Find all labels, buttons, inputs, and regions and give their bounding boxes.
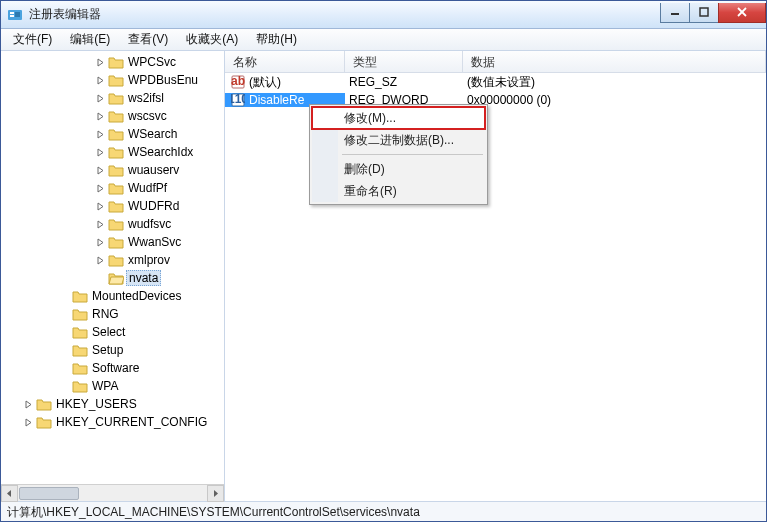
- expand-icon[interactable]: [95, 147, 106, 158]
- scroll-thumb[interactable]: [19, 487, 79, 500]
- expand-icon[interactable]: [95, 255, 106, 266]
- statusbar: 计算机\HKEY_LOCAL_MACHINE\SYSTEM\CurrentCon…: [1, 501, 766, 521]
- tree-label: wuauserv: [128, 163, 179, 177]
- ctx-rename[interactable]: 重命名(R): [312, 180, 485, 202]
- menu-help[interactable]: 帮助(H): [248, 29, 305, 50]
- window-buttons: [661, 3, 766, 23]
- tree-label: WPCSvc: [128, 55, 176, 69]
- expand-icon[interactable]: [95, 165, 106, 176]
- tree-label: nvata: [126, 270, 161, 286]
- tree-label: WUDFRd: [128, 199, 179, 213]
- values-list[interactable]: ab(默认)REG_SZ(数值未设置)110DisableReREG_DWORD…: [225, 73, 766, 501]
- tree-item[interactable]: wuauserv: [3, 161, 224, 179]
- tree-label: ws2ifsl: [128, 91, 164, 105]
- minimize-button[interactable]: [660, 3, 690, 23]
- expand-icon[interactable]: [95, 57, 106, 68]
- tree-item[interactable]: wudfsvc: [3, 215, 224, 233]
- menu-view[interactable]: 查看(V): [120, 29, 176, 50]
- tree-item[interactable]: WSearch: [3, 125, 224, 143]
- tree-item[interactable]: ws2ifsl: [3, 89, 224, 107]
- col-type[interactable]: 类型: [345, 51, 463, 72]
- registry-tree[interactable]: WPCSvcWPDBusEnuws2ifslwscsvcWSearchWSear…: [1, 51, 224, 484]
- tree-item[interactable]: xmlprov: [3, 251, 224, 269]
- tree-label: xmlprov: [128, 253, 170, 267]
- value-name: DisableRe: [249, 93, 304, 107]
- value-row[interactable]: ab(默认)REG_SZ(数值未设置): [225, 73, 766, 91]
- tree-label: MountedDevices: [92, 289, 181, 303]
- expand-icon[interactable]: [95, 183, 106, 194]
- tree-item[interactable]: Setup: [3, 341, 224, 359]
- svg-line-7: [738, 8, 746, 16]
- menu-favorites[interactable]: 收藏夹(A): [178, 29, 246, 50]
- expand-icon[interactable]: [95, 93, 106, 104]
- regedit-icon: [7, 7, 23, 23]
- tree-label: Setup: [92, 343, 123, 357]
- tree-item[interactable]: WPDBusEnu: [3, 71, 224, 89]
- tree-hscrollbar[interactable]: [1, 484, 224, 501]
- tree-item[interactable]: Select: [3, 323, 224, 341]
- maximize-button[interactable]: [689, 3, 719, 23]
- tree-label: WSearch: [128, 127, 177, 141]
- tree-item[interactable]: MountedDevices: [3, 287, 224, 305]
- scroll-right-button[interactable]: [207, 485, 224, 502]
- value-type: REG_SZ: [345, 75, 463, 89]
- expand-icon[interactable]: [95, 129, 106, 140]
- tree-item[interactable]: WPA: [3, 377, 224, 395]
- tree-item[interactable]: WPCSvc: [3, 53, 224, 71]
- tree-item[interactable]: WwanSvc: [3, 233, 224, 251]
- tree-item[interactable]: HKEY_CURRENT_CONFIG: [3, 413, 224, 431]
- menubar: 文件(F) 编辑(E) 查看(V) 收藏夹(A) 帮助(H): [1, 29, 766, 51]
- menu-file[interactable]: 文件(F): [5, 29, 60, 50]
- close-button[interactable]: [718, 3, 766, 23]
- expand-icon[interactable]: [59, 381, 70, 392]
- expand-icon[interactable]: [59, 327, 70, 338]
- tree-item[interactable]: WSearchIdx: [3, 143, 224, 161]
- menu-edit[interactable]: 编辑(E): [62, 29, 118, 50]
- expand-icon[interactable]: [95, 201, 106, 212]
- window-title: 注册表编辑器: [29, 6, 661, 23]
- expand-icon[interactable]: [59, 291, 70, 302]
- tree-item[interactable]: WUDFRd: [3, 197, 224, 215]
- col-data[interactable]: 数据: [463, 51, 766, 72]
- expand-icon[interactable]: [95, 75, 106, 86]
- tree-label: RNG: [92, 307, 119, 321]
- expand-icon[interactable]: [95, 237, 106, 248]
- expand-icon[interactable]: [95, 219, 106, 230]
- expand-icon[interactable]: [23, 399, 34, 410]
- titlebar[interactable]: 注册表编辑器: [1, 1, 766, 29]
- tree-item[interactable]: wscsvc: [3, 107, 224, 125]
- tree-panel: WPCSvcWPDBusEnuws2ifslwscsvcWSearchWSear…: [1, 51, 225, 501]
- col-name[interactable]: 名称: [225, 51, 345, 72]
- tree-item[interactable]: Software: [3, 359, 224, 377]
- ctx-separator: [342, 154, 483, 155]
- tree-item[interactable]: HKEY_USERS: [3, 395, 224, 413]
- regedit-window: 注册表编辑器 文件(F) 编辑(E) 查看(V) 收藏夹(A) 帮助(H) WP…: [0, 0, 767, 522]
- expand-icon[interactable]: [59, 345, 70, 356]
- ctx-modify[interactable]: 修改(M)...: [312, 107, 485, 129]
- tree-item[interactable]: RNG: [3, 305, 224, 323]
- svg-line-6: [738, 8, 746, 16]
- ctx-modify-binary[interactable]: 修改二进制数据(B)...: [312, 129, 485, 151]
- tree-label: WSearchIdx: [128, 145, 193, 159]
- tree-label: Software: [92, 361, 139, 375]
- column-headers: 名称 类型 数据: [225, 51, 766, 73]
- svg-rect-3: [15, 12, 20, 17]
- svg-rect-2: [10, 15, 14, 17]
- tree-label: WudfPf: [128, 181, 167, 195]
- tree-label: WPDBusEnu: [128, 73, 198, 87]
- expand-icon[interactable]: [95, 111, 106, 122]
- value-data: (数值未设置): [463, 74, 766, 91]
- tree-item[interactable]: WudfPf: [3, 179, 224, 197]
- ctx-delete[interactable]: 删除(D): [312, 158, 485, 180]
- value-row[interactable]: 110DisableReREG_DWORD0x00000000 (0): [225, 91, 766, 109]
- expand-icon[interactable]: [59, 363, 70, 374]
- expand-icon[interactable]: [59, 309, 70, 320]
- scroll-left-button[interactable]: [1, 485, 18, 502]
- svg-text:ab: ab: [231, 75, 245, 88]
- tree-item-nvata[interactable]: nvata: [3, 269, 224, 287]
- svg-rect-5: [700, 8, 708, 16]
- expand-icon[interactable]: [23, 417, 34, 428]
- tree-label: Select: [92, 325, 125, 339]
- expand-icon[interactable]: [95, 273, 106, 284]
- svg-text:110: 110: [231, 93, 245, 106]
